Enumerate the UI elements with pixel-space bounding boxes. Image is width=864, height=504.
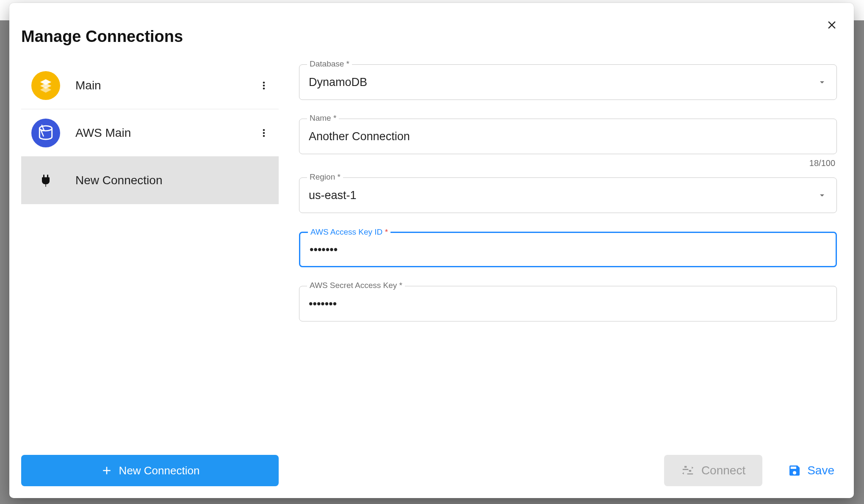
name-label: Name *	[307, 114, 339, 122]
chevron-down-icon	[817, 190, 827, 200]
connection-item-new[interactable]: New Connection	[21, 157, 279, 204]
chevron-down-icon	[817, 77, 827, 87]
connect-icon	[681, 464, 695, 477]
save-button[interactable]: Save	[788, 464, 834, 477]
access-key-input-wrapper: AWS Access Key ID *	[299, 232, 837, 267]
database-label: Database *	[307, 60, 352, 68]
connection-menu-button[interactable]	[256, 125, 272, 141]
svg-point-0	[39, 126, 52, 131]
connection-label: New Connection	[75, 174, 272, 187]
dialog-title: Manage Connections	[21, 28, 842, 46]
connection-item-aws-main[interactable]: AWS Main	[21, 109, 279, 157]
plus-icon	[100, 464, 113, 477]
connections-sidebar: Main AWS Main	[21, 62, 279, 446]
connect-label: Connect	[701, 464, 745, 477]
new-connection-button[interactable]: New Connection	[21, 455, 279, 486]
region-label: Region *	[307, 173, 343, 181]
name-input[interactable]	[309, 130, 827, 143]
name-input-wrapper: Name *	[299, 119, 837, 154]
connection-label: Main	[75, 79, 256, 92]
more-vert-icon	[258, 127, 270, 139]
dynamodb-icon	[31, 119, 60, 147]
secret-key-input-wrapper: AWS Secret Access Key *	[299, 286, 837, 321]
bigquery-icon	[31, 71, 60, 100]
save-label: Save	[807, 464, 834, 477]
access-key-input[interactable]	[310, 243, 826, 256]
close-icon	[825, 19, 838, 31]
connection-form: Database * DynamoDB Name * 18/100 Region…	[299, 62, 842, 446]
name-char-counter: 18/100	[299, 158, 837, 168]
secret-key-label: AWS Secret Access Key *	[307, 281, 405, 289]
region-value: us-east-1	[309, 189, 817, 202]
connection-label: AWS Main	[75, 126, 256, 140]
access-key-label: AWS Access Key ID *	[308, 228, 390, 236]
close-button[interactable]	[822, 16, 841, 34]
secret-key-input[interactable]	[309, 297, 827, 310]
plug-icon	[31, 166, 60, 195]
database-select[interactable]: Database * DynamoDB	[299, 64, 837, 100]
manage-connections-dialog: Manage Connections Main AWS M	[9, 3, 854, 498]
connection-item-main[interactable]: Main	[21, 62, 279, 109]
region-select[interactable]: Region * us-east-1	[299, 177, 837, 213]
connection-menu-button[interactable]	[256, 78, 272, 94]
save-icon	[788, 464, 801, 477]
more-vert-icon	[258, 80, 270, 91]
connect-button[interactable]: Connect	[664, 455, 762, 486]
new-connection-label: New Connection	[119, 464, 200, 477]
database-value: DynamoDB	[309, 76, 817, 89]
